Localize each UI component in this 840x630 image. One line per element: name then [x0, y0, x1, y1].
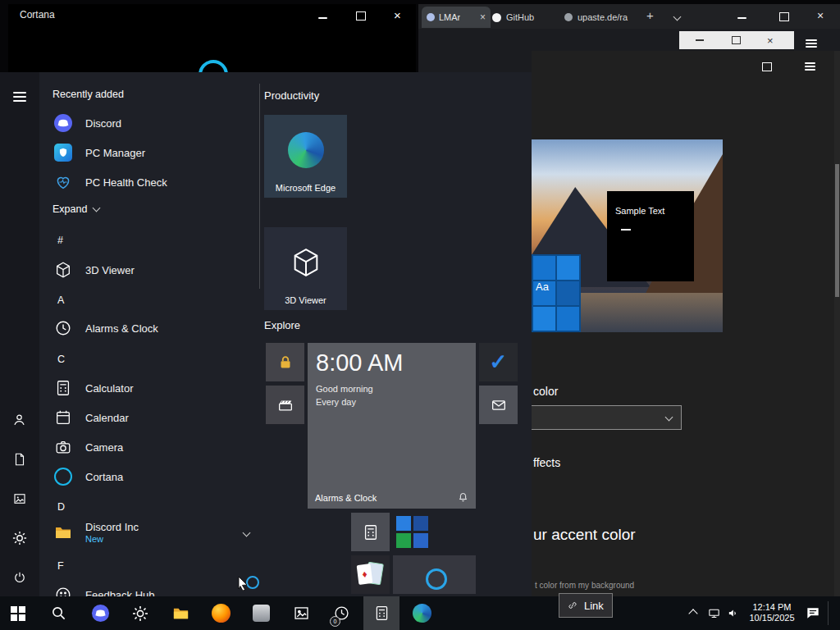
tray-clock[interactable]: 12:14 PM 10/15/2025 — [742, 602, 801, 623]
tray-display-icon[interactable] — [707, 606, 721, 620]
tile-alarms-clock-live[interactable]: 8:00 AM Good morning Every day Alarms & … — [308, 343, 476, 509]
section-header-hash[interactable]: # — [57, 235, 63, 246]
app-item-pc-manager[interactable]: PC Manager — [46, 138, 258, 167]
tile-microsoft-edge[interactable]: Microsoft Edge — [264, 115, 347, 198]
app-label: Calculator — [85, 382, 134, 395]
color-dropdown[interactable] — [532, 405, 682, 430]
cortana-icon — [52, 466, 74, 487]
taskbar-discord[interactable] — [82, 596, 118, 630]
restore-icon[interactable] — [762, 62, 772, 71]
taskbar-edge[interactable] — [404, 596, 440, 630]
browser-tabbar: LMAr × GitHub upaste.de/ra + × — [418, 4, 840, 29]
tray-show-hidden-icons[interactable] — [681, 596, 705, 630]
tab-label: upaste.de/ra — [578, 12, 628, 22]
pictures-icon[interactable] — [12, 491, 27, 506]
clapperboard-icon — [276, 396, 294, 414]
check-icon: ✓ — [490, 349, 508, 375]
settings-menu-icon[interactable] — [805, 61, 815, 72]
list-scrollbar[interactable] — [259, 84, 260, 289]
app-item-camera[interactable]: Camera — [46, 432, 258, 462]
taskbar-alarms[interactable]: 0 — [323, 596, 359, 630]
heart-pulse-icon — [52, 171, 74, 193]
hamburger-menu-icon[interactable] — [13, 89, 26, 104]
tile-solitaire[interactable]: ♦ — [351, 555, 390, 594]
user-account-icon[interactable] — [11, 412, 27, 427]
close-icon[interactable]: × — [767, 34, 774, 47]
mail-icon — [490, 396, 508, 414]
tab-favicon — [564, 13, 573, 21]
app-item-feedback-hub[interactable]: Feedback Hub — [46, 580, 258, 596]
close-icon[interactable]: × — [817, 9, 824, 22]
loading-ring-icon — [426, 568, 447, 590]
maximize-icon[interactable] — [356, 11, 366, 21]
minimize-icon[interactable] — [696, 39, 704, 41]
documents-icon[interactable] — [12, 452, 27, 467]
settings-gear-icon[interactable] — [12, 531, 27, 546]
tile-calculator[interactable] — [351, 513, 390, 551]
tab-list-chevron-icon[interactable] — [673, 13, 682, 21]
calendar-icon — [52, 407, 74, 428]
folder-label: Discord Inc — [85, 521, 139, 533]
tile-3d-viewer[interactable]: 3D Viewer — [264, 227, 347, 310]
search-button[interactable] — [40, 596, 76, 630]
app-item-calculator[interactable]: Calculator — [46, 373, 258, 403]
tile-mail[interactable] — [479, 386, 518, 424]
feedback-hub-icon — [52, 584, 74, 596]
section-header-f[interactable]: F — [57, 560, 64, 572]
power-icon[interactable] — [12, 570, 27, 585]
bell-icon — [457, 491, 469, 504]
tile-partial[interactable] — [393, 555, 476, 594]
maximize-icon[interactable] — [732, 36, 741, 44]
diamond-glyph: ♦ — [362, 568, 368, 581]
tile-group-productivity[interactable]: Productivity — [264, 89, 319, 102]
app-item-calendar[interactable]: Calendar — [46, 403, 258, 432]
theme-preview-image: Sample Text Aa — [532, 139, 723, 332]
show-desktop-divider[interactable] — [828, 601, 829, 625]
section-header-c[interactable]: C — [57, 354, 65, 365]
minimize-icon[interactable] — [318, 17, 327, 19]
app-item-3d-viewer[interactable]: 3D Viewer — [46, 255, 258, 285]
mini-tile — [557, 307, 579, 331]
app-item-cortana[interactable]: Cortana — [46, 462, 258, 491]
gear-icon — [132, 605, 148, 622]
pc-manager-icon — [52, 142, 74, 163]
tab-close-icon[interactable]: × — [480, 11, 486, 23]
expand-toggle[interactable]: Expand — [52, 203, 99, 215]
section-header-a[interactable]: A — [57, 294, 64, 306]
scrollbar-thumb[interactable] — [835, 164, 839, 297]
app-item-pc-health-check[interactable]: PC Health Check — [46, 167, 258, 197]
taskbar-calculator-active[interactable] — [363, 596, 399, 630]
maximize-icon[interactable] — [779, 12, 789, 21]
minimize-icon[interactable] — [737, 17, 746, 19]
tile-to-do[interactable]: ✓ — [479, 343, 518, 381]
browser-tab[interactable]: upaste.de/ra — [558, 7, 650, 28]
link-button[interactable]: Link — [559, 593, 613, 618]
scrollbar-track[interactable] — [834, 51, 840, 596]
taskbar-photos[interactable] — [283, 596, 319, 630]
calculator-icon — [52, 377, 74, 399]
tile-group-explore[interactable]: Explore — [264, 319, 300, 331]
section-header-d[interactable]: D — [57, 501, 65, 513]
browser-tab[interactable]: GitHub — [486, 7, 564, 28]
close-icon[interactable]: × — [394, 8, 401, 22]
taskbar-app[interactable] — [243, 596, 279, 630]
folder-item-discord-inc[interactable]: Discord Inc New — [46, 514, 258, 550]
notification-badge: 0 — [330, 616, 340, 627]
expand-chevron-icon — [93, 204, 101, 212]
tile-store[interactable] — [266, 343, 304, 381]
playing-card-icon: ♦ — [357, 564, 373, 585]
new-tab-icon[interactable]: + — [646, 8, 654, 22]
app-item-alarms[interactable]: Alarms & Clock — [46, 313, 258, 343]
action-center-icon[interactable] — [805, 605, 821, 621]
browser-tab-active[interactable]: LMAr × — [422, 7, 491, 28]
tray-volume-icon[interactable] — [727, 606, 741, 620]
browser-menu-icon[interactable] — [806, 38, 817, 49]
taskbar-settings[interactable] — [122, 596, 158, 630]
tile-office-group[interactable] — [393, 513, 431, 551]
taskbar-file-explorer[interactable] — [162, 596, 199, 630]
start-button[interactable] — [0, 596, 36, 630]
3d-viewer-icon — [290, 246, 322, 279]
app-item-discord[interactable]: Discord — [46, 108, 258, 138]
taskbar-firefox[interactable] — [203, 596, 239, 630]
tile-movies-tv[interactable] — [266, 386, 304, 424]
